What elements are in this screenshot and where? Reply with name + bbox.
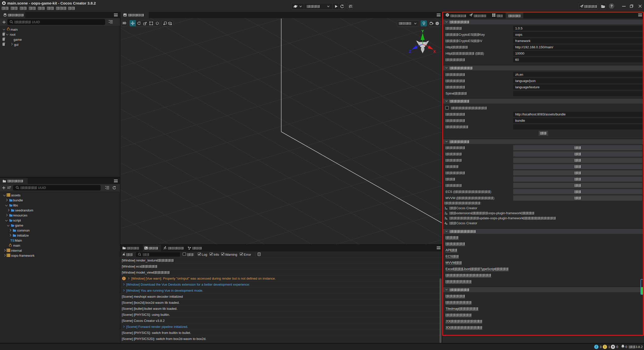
svg-text:Y: Y xyxy=(421,29,424,33)
svg-text:X: X xyxy=(433,49,436,54)
svg-text:Z: Z xyxy=(409,49,411,54)
